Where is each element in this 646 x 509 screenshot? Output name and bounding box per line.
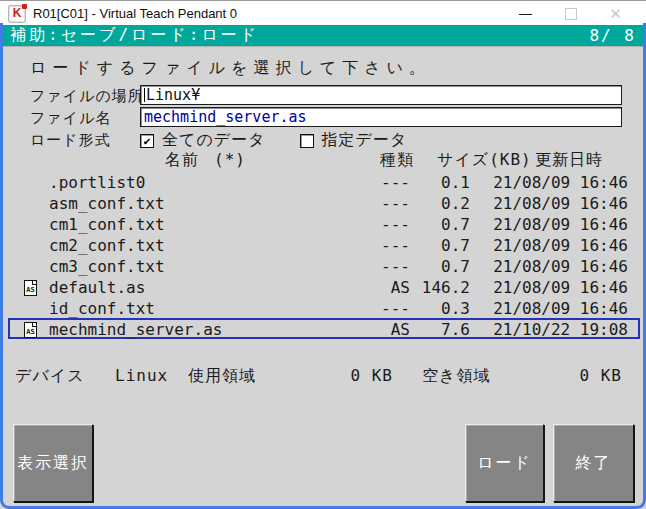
file-type: AS [350, 320, 410, 339]
page-indicator: 8/ 8 [589, 26, 636, 45]
filename-value: mechmind_server.as [144, 108, 307, 126]
used-space-value: 0 KB [320, 366, 393, 385]
free-space-label: 空き領域 [422, 366, 490, 387]
minimize-button[interactable]: — [503, 1, 548, 26]
prompt-text: ロードするファイルを選択して下さい。 [30, 58, 431, 79]
location-label: ファイルの場所 [30, 87, 144, 106]
file-list: .portlist0---0.121/08/09 16:46asm_conf.t… [8, 171, 640, 339]
file-row[interactable]: ASdefault.asAS146.221/08/09 16:46 [8, 276, 640, 297]
file-size: 7.6 [410, 320, 470, 339]
load-format-options: ✔ 全てのデータ 指定データ [140, 130, 441, 151]
close-button: ✕ [593, 1, 638, 26]
file-type: --- [350, 257, 410, 276]
file-row[interactable]: asm_conf.txt---0.221/08/09 16:46 [8, 192, 640, 213]
checkbox-all-data[interactable]: ✔ [140, 134, 154, 148]
file-type: --- [350, 215, 410, 234]
column-header-size: サイズ(KB) [437, 150, 532, 171]
display-select-button[interactable]: 表示選択 [13, 424, 93, 502]
column-header-name: 名前 [165, 150, 199, 171]
filename-input[interactable]: mechmind_server.as [140, 107, 622, 127]
window-title: R01[C01] - Virtual Teach Pendant 0 [33, 6, 237, 21]
file-row[interactable]: .portlist0---0.121/08/09 16:46 [8, 171, 640, 192]
file-size: 0.7 [410, 215, 470, 234]
file-row[interactable]: cm1_conf.txt---0.721/08/09 16:46 [8, 213, 640, 234]
location-value: Linux¥ [146, 86, 200, 104]
file-row-selected[interactable]: ASmechmind_server.asAS7.621/10/22 19:08 [8, 318, 640, 339]
checkbox-specified-data-label: 指定データ [322, 130, 408, 151]
file-type: --- [350, 299, 410, 318]
app-icon: K [8, 5, 26, 23]
file-row[interactable]: id_conf.txt---0.321/08/09 16:46 [8, 297, 640, 318]
file-type: --- [350, 236, 410, 255]
file-modified: 21/08/09 16:46 [470, 173, 628, 192]
file-size: 0.3 [410, 299, 470, 318]
file-modified: 21/08/09 16:46 [470, 215, 628, 234]
maximize-icon [565, 8, 577, 20]
file-modified: 21/10/22 19:08 [470, 320, 628, 339]
file-name: default.as [49, 278, 350, 297]
file-size: 0.2 [410, 194, 470, 213]
file-modified: 21/08/09 16:46 [470, 194, 628, 213]
file-size: 146.2 [410, 278, 470, 297]
file-size: 0.1 [410, 173, 470, 192]
file-name: cm3_conf.txt [49, 257, 350, 276]
as-file-icon: AS [24, 280, 37, 296]
file-name: .portlist0 [49, 173, 350, 192]
file-type: AS [350, 278, 410, 297]
device-value: Linux [115, 366, 168, 385]
file-name: asm_conf.txt [49, 194, 350, 213]
exit-button[interactable]: 終了 [553, 424, 634, 502]
file-modified: 21/08/09 16:46 [470, 278, 628, 297]
load-button[interactable]: ロード [465, 424, 544, 502]
checkbox-all-data-label: 全てのデータ [162, 130, 266, 151]
virtual-teach-pendant-window: K R01[C01] - Virtual Teach Pendant 0 — ✕… [0, 0, 646, 509]
file-icon-slot: AS [24, 322, 49, 338]
file-name: id_conf.txt [49, 299, 350, 318]
file-row[interactable]: cm3_conf.txt---0.721/08/09 16:46 [8, 255, 640, 276]
column-header-modified: 更新日時 [535, 150, 603, 171]
device-label: デバイス [15, 366, 85, 387]
file-size: 0.7 [410, 257, 470, 276]
free-space-value: 0 KB [550, 366, 622, 385]
file-size: 0.7 [410, 236, 470, 255]
as-file-icon: AS [24, 322, 37, 338]
column-header-type: 種類 [380, 150, 414, 171]
file-icon-slot: AS [24, 280, 49, 296]
maximize-button [548, 1, 593, 26]
used-space-label: 使用領域 [188, 366, 256, 387]
location-input[interactable]: Linux¥ [140, 85, 622, 105]
text-caret [144, 88, 145, 102]
file-type: --- [350, 173, 410, 192]
checkbox-specified-data[interactable] [300, 134, 314, 148]
file-name: cm1_conf.txt [49, 215, 350, 234]
breadcrumb: 補助:セーブ/ロード:ロード [10, 25, 259, 46]
file-type: --- [350, 194, 410, 213]
load-format-label: ロード形式 [30, 131, 111, 150]
column-header-star: (*) [214, 150, 246, 169]
filename-label: ファイル名 [30, 109, 111, 128]
file-row[interactable]: cm2_conf.txt---0.721/08/09 16:46 [8, 234, 640, 255]
file-modified: 21/08/09 16:46 [470, 236, 628, 255]
function-header: 補助:セーブ/ロード:ロード 8/ 8 [1, 25, 645, 47]
file-modified: 21/08/09 16:46 [470, 299, 628, 318]
device-status-line: デバイス Linux 使用領域 0 KB 空き領域 0 KB [0, 366, 646, 386]
file-modified: 21/08/09 16:46 [470, 257, 628, 276]
file-name: cm2_conf.txt [49, 236, 350, 255]
file-list-header: 名前 (*) 種類 サイズ(KB) 更新日時 [0, 150, 646, 170]
file-name: mechmind_server.as [49, 320, 350, 339]
titlebar: K R01[C01] - Virtual Teach Pendant 0 — ✕ [0, 0, 646, 26]
